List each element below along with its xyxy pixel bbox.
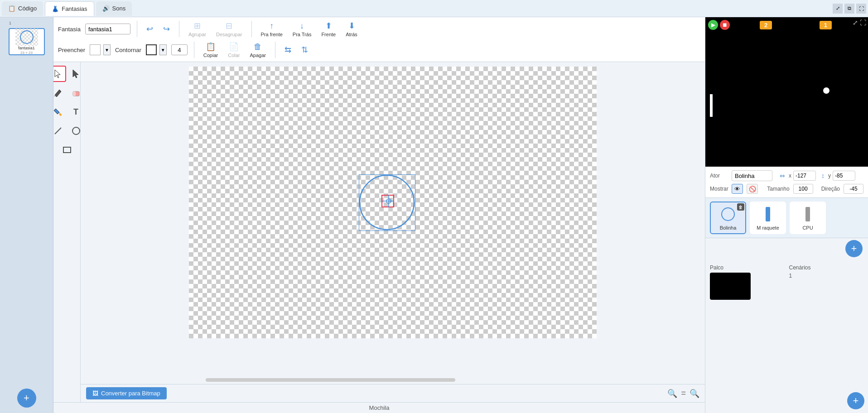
actor-x-input[interactable] — [793, 171, 816, 181]
copiar-icon: 📋 — [206, 42, 216, 52]
score-badge-1: 1 — [820, 21, 832, 29]
palco-thumbnail[interactable] — [710, 273, 751, 300]
actor-card-img-bolinha — [716, 205, 740, 223]
svg-rect-11 — [63, 147, 71, 153]
redo-button[interactable]: ↪ — [160, 23, 173, 35]
tool-canvas-row: T — [53, 62, 705, 402]
stage-fullscreen-btn[interactable]: ⛶ — [860, 19, 866, 26]
contornar-color-dropdown[interactable]: ▼ — [159, 44, 167, 55]
window-expand-btn[interactable]: ⤢ — [833, 4, 843, 14]
actor-y-coord: y — [828, 171, 855, 181]
checkerboard[interactable] — [189, 67, 597, 338]
stage-expand-btn[interactable]: ⤢ — [853, 19, 858, 26]
top-bar: 📋 Código 👗 Fantasias 🔊 Sons ⤢ ⧉ ⛶ — [0, 0, 868, 17]
direcao-input[interactable] — [844, 184, 863, 194]
hide-button[interactable]: 🚫 — [747, 184, 758, 194]
tab-fantasias-label: Fantasias — [62, 5, 87, 12]
sprite-thumbnail[interactable]: fantasia1 23 × 23 — [9, 28, 45, 55]
stage-window-controls: ⤢ ⛶ — [853, 19, 866, 26]
convert-bitmap-button[interactable]: 🖼 Converter para Bitmap — [86, 387, 167, 399]
actor-card-bolinha[interactable]: 🗑 Bolinha — [710, 202, 746, 234]
flip-h-button[interactable]: ⇆ — [282, 44, 294, 56]
frente-icon: ⬆ — [325, 21, 332, 31]
fill-icon — [53, 107, 63, 117]
zoom-in-button[interactable]: 🔍 — [690, 389, 699, 399]
agrupar-icon: ⊞ — [194, 21, 201, 31]
show-button[interactable]: 👁 — [732, 184, 743, 194]
desagrupar-button[interactable]: ⊟ Desagrupar — [213, 20, 245, 38]
actor-card-cpu[interactable]: CPU — [790, 202, 826, 234]
actor-add-button[interactable]: + — [845, 240, 863, 257]
select-tool-button[interactable] — [53, 66, 66, 82]
apagar-icon: 🗑 — [254, 42, 262, 52]
line-tool-button[interactable] — [53, 123, 66, 139]
zoom-out-button[interactable]: 🔍 — [667, 389, 677, 399]
actor-y-input[interactable] — [833, 171, 855, 181]
svg-rect-17 — [766, 207, 770, 221]
toolbar-row-2: Preencher ▼ Contornar ▼ 📋 Copiar — [58, 41, 700, 59]
atras-button[interactable]: ⬇ Atrás — [343, 20, 360, 38]
stop-button[interactable]: ⏹ — [720, 20, 730, 30]
apagar-button[interactable]: 🗑 Apagar — [247, 41, 269, 59]
select2-arrow-icon — [71, 69, 81, 79]
x-label: x — [789, 173, 791, 179]
flip-h-icon: ⇆ — [285, 45, 291, 55]
rect-tool-button[interactable] — [59, 142, 75, 158]
preencher-color-swatch[interactable] — [90, 44, 101, 55]
fantasia-name-input[interactable] — [85, 24, 130, 34]
eraser-icon — [71, 88, 81, 98]
toolbar-divider-3 — [251, 21, 252, 37]
tamanho-label: Tamanho — [767, 186, 789, 192]
tab-sons[interactable]: 🔊 Sons — [96, 1, 132, 16]
pra-tras-button[interactable]: ↓ Pra Trás — [290, 20, 314, 38]
tool-sidebar: T — [53, 62, 81, 402]
pra-frente-button[interactable]: ↑ Pra frente — [258, 20, 285, 38]
green-flag-button[interactable]: ▶ — [708, 20, 718, 30]
tab-codigo[interactable]: 📋 Código — [2, 1, 43, 16]
y-arrow-icon: ↕ — [821, 172, 825, 179]
bottom-add-button[interactable]: + — [847, 392, 864, 409]
fill-tool-button[interactable] — [53, 104, 66, 120]
crosshair-icon — [382, 195, 393, 207]
canvas-scrollbar[interactable] — [206, 378, 455, 382]
actor-name-input[interactable] — [732, 170, 772, 181]
pra-tras-icon: ↓ — [300, 21, 304, 31]
zoom-reset-button[interactable]: = — [681, 389, 686, 398]
contornar-value-input[interactable] — [171, 44, 188, 55]
sprite-add-button[interactable]: + — [17, 389, 36, 408]
colar-button[interactable]: 📄 Colar — [225, 41, 242, 59]
stage-ball — [823, 87, 829, 94]
canvas-bg[interactable] — [81, 62, 705, 384]
actor-card-delete-bolinha[interactable]: 🗑 — [737, 203, 744, 211]
flip-v-button[interactable]: ⇅ — [299, 44, 311, 56]
center-crosshair — [381, 195, 394, 207]
window-fullscreen-btn[interactable]: ⛶ — [856, 4, 866, 14]
sprite-image — [15, 29, 38, 46]
actor-card-mraquete[interactable]: M raquete — [750, 202, 786, 234]
preencher-color-row: ▼ — [90, 44, 111, 55]
window-split-btn[interactable]: ⧉ — [844, 4, 854, 14]
canvas-area: 🖼 Converter para Bitmap 🔍 = 🔍 — [81, 62, 705, 402]
actor-card-label-cpu: CPU — [802, 225, 813, 231]
actor-visibility-row: Mostrar 👁 🚫 Tamanho Direção — [710, 184, 863, 194]
bottom-add-section: + — [705, 409, 868, 413]
draw-tools-row — [53, 85, 84, 101]
tab-fantasias[interactable]: 👗 Fantasias — [45, 1, 94, 16]
svg-rect-8 — [73, 91, 76, 96]
preencher-color-dropdown[interactable]: ▼ — [103, 44, 111, 55]
agrupar-button[interactable]: ⊞ Agrupar — [186, 20, 209, 38]
undo-button[interactable]: ↩ — [144, 23, 156, 35]
contornar-color-swatch[interactable] — [146, 44, 157, 55]
zoom-controls: 🔍 = 🔍 — [667, 389, 699, 399]
window-controls: ⤢ ⧉ ⛶ — [833, 4, 866, 14]
pencil-icon — [53, 88, 63, 98]
redo-icon: ↪ — [163, 24, 170, 34]
frente-button[interactable]: ⬆ Frente — [318, 20, 338, 38]
palco-area: Palco — [710, 264, 785, 406]
pencil-tool-button[interactable] — [53, 85, 66, 101]
copiar-button[interactable]: 📋 Copiar — [201, 41, 221, 59]
editor-area: Fantasia ↩ ↪ ⊞ Agrupar ⊟ Desagru — [53, 17, 705, 413]
tamanho-input[interactable] — [793, 184, 813, 194]
sprite-panel: 1 fantasia1 23 × — [0, 17, 53, 413]
stage-cenarios-section: Palco Cenários 1 — [705, 261, 868, 409]
